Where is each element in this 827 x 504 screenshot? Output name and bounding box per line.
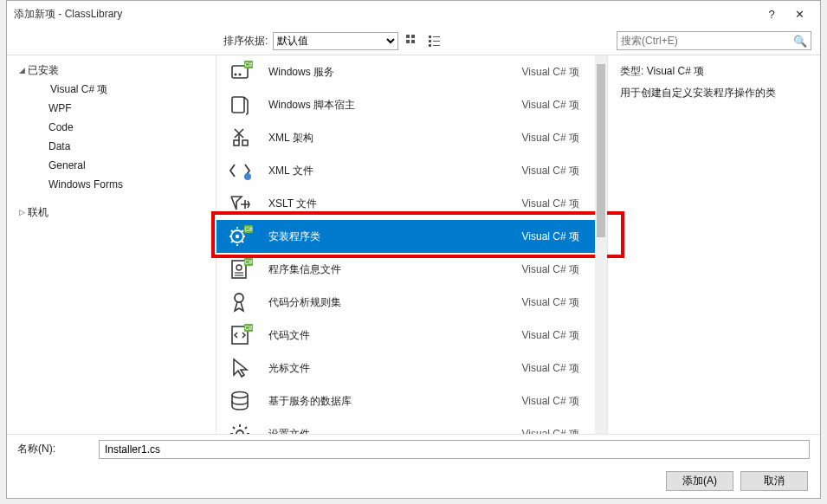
name-label: 名称(N): — [17, 442, 55, 456]
template-row[interactable]: 基于服务的数据库Visual C# 项 — [216, 384, 595, 417]
service-icon: C# — [227, 60, 255, 84]
installer-icon: C# — [227, 224, 255, 249]
detail-type-label: 类型: — [620, 65, 643, 77]
template-name: 安装程序类 — [268, 229, 522, 244]
svg-rect-2 — [406, 40, 410, 43]
view-list-button[interactable] — [426, 32, 443, 49]
svg-point-19 — [244, 173, 251, 180]
xslt-icon — [227, 191, 255, 216]
svg-rect-6 — [429, 40, 431, 42]
template-name: XSLT 文件 — [268, 197, 522, 211]
name-input[interactable] — [99, 440, 810, 459]
search-box[interactable]: 🔍 — [617, 31, 811, 50]
svg-text:C#: C# — [245, 259, 253, 265]
search-input[interactable] — [621, 35, 793, 47]
template-name: 代码文件 — [268, 328, 522, 343]
svg-rect-5 — [433, 36, 440, 37]
svg-rect-7 — [433, 41, 440, 42]
tree-code[interactable]: Code — [7, 118, 216, 137]
svg-point-12 — [239, 74, 242, 76]
svg-rect-0 — [406, 35, 410, 38]
template-category: Visual C# 项 — [522, 328, 579, 343]
template-category: Visual C# 项 — [522, 427, 579, 435]
template-category: Visual C# 项 — [522, 262, 579, 277]
template-row[interactable]: XML 文件Visual C# 项 — [216, 154, 595, 187]
footer-name-row: 名称(N): — [7, 434, 820, 463]
template-row[interactable]: 设置文件Visual C# 项 — [216, 417, 595, 434]
template-name: 代码分析规则集 — [268, 295, 522, 310]
template-row[interactable]: XML 架构Visual C# 项 — [216, 121, 595, 154]
xml-icon — [227, 158, 255, 183]
template-category: Visual C# 项 — [522, 295, 579, 310]
script-icon — [227, 93, 255, 117]
view-large-icons-button[interactable] — [404, 32, 421, 49]
template-name: 设置文件 — [268, 427, 522, 435]
svg-rect-17 — [242, 140, 248, 145]
category-tree: ◢已安装 ◢Visual C# 项 WPF Code Data General … — [7, 55, 216, 434]
svg-point-35 — [236, 430, 243, 434]
template-name: 基于服务的数据库 — [268, 394, 522, 409]
template-row[interactable]: 代码分析规则集Visual C# 项 — [216, 286, 595, 319]
detail-description: 用于创建自定义安装程序操作的类 — [620, 86, 808, 100]
database-icon — [227, 389, 255, 413]
cancel-button[interactable]: 取消 — [740, 471, 808, 491]
template-category: Visual C# 项 — [522, 164, 579, 178]
tree-wpf[interactable]: WPF — [7, 99, 216, 118]
template-category: Visual C# 项 — [522, 229, 579, 244]
detail-type-value: Visual C# 项 — [647, 65, 704, 77]
template-name: XML 架构 — [268, 131, 522, 145]
template-name: Windows 服务 — [268, 65, 522, 80]
search-icon: 🔍 — [793, 35, 807, 48]
template-category: Visual C# 项 — [522, 361, 579, 376]
cursor-icon — [227, 356, 255, 380]
template-name: 光标文件 — [268, 361, 522, 376]
tree-installed[interactable]: ◢已安装 — [7, 61, 216, 80]
help-button[interactable]: ? — [758, 8, 785, 21]
tree-online[interactable]: ▷联机 — [7, 203, 216, 222]
template-row[interactable]: C#代码文件Visual C# 项 — [216, 319, 595, 352]
template-row[interactable]: C#程序集信息文件Visual C# 项 — [216, 253, 595, 286]
window-title: 添加新项 - ClassLibrary — [14, 7, 758, 22]
template-name: 程序集信息文件 — [268, 262, 522, 277]
tree-data[interactable]: Data — [7, 137, 216, 156]
sort-select[interactable]: 默认值 — [273, 32, 398, 50]
scrollbar[interactable] — [595, 55, 607, 434]
add-button[interactable]: 添加(A) — [666, 471, 733, 491]
ruleset-icon — [227, 290, 255, 314]
detail-panel: 类型: Visual C# 项 用于创建自定义安装程序操作的类 — [607, 55, 820, 434]
svg-rect-9 — [433, 45, 440, 46]
template-row[interactable]: C#Windows 服务Visual C# 项 — [216, 55, 595, 88]
template-category: Visual C# 项 — [522, 197, 579, 211]
svg-text:C#: C# — [245, 61, 253, 68]
template-row[interactable]: 光标文件Visual C# 项 — [216, 352, 595, 384]
svg-rect-1 — [411, 35, 415, 38]
svg-text:C#: C# — [245, 325, 253, 331]
template-category: Visual C# 项 — [522, 131, 579, 145]
footer-buttons: 添加(A) 取消 — [7, 463, 820, 498]
close-button[interactable]: ✕ — [785, 8, 813, 21]
scrollbar-thumb[interactable] — [597, 64, 605, 237]
svg-rect-16 — [234, 140, 239, 145]
dialog-body: ◢已安装 ◢Visual C# 项 WPF Code Data General … — [7, 55, 820, 434]
svg-point-25 — [236, 265, 242, 270]
template-category: Visual C# 项 — [522, 98, 579, 113]
svg-point-34 — [232, 392, 248, 398]
svg-rect-15 — [232, 97, 244, 113]
tree-csharp[interactable]: ◢Visual C# 项 — [10, 80, 212, 99]
template-row[interactable]: Windows 脚本宿主Visual C# 项 — [216, 88, 595, 121]
template-row[interactable]: C#安装程序类Visual C# 项 — [216, 220, 595, 253]
template-name: XML 文件 — [268, 164, 522, 178]
xsd-icon — [227, 126, 255, 150]
tree-general[interactable]: General — [7, 156, 216, 175]
tree-winforms[interactable]: Windows Forms — [7, 175, 216, 194]
settings-icon — [227, 422, 255, 434]
svg-rect-4 — [429, 36, 431, 38]
template-row[interactable]: XSLT 文件Visual C# 项 — [216, 187, 595, 220]
template-list-panel: C#Windows 服务Visual C# 项Windows 脚本宿主Visua… — [216, 55, 607, 434]
svg-text:C#: C# — [245, 226, 253, 232]
svg-point-11 — [235, 74, 237, 76]
svg-rect-8 — [429, 44, 431, 47]
toolbar: 排序依据: 默认值 🔍 — [7, 27, 820, 55]
assembly-icon: C# — [227, 257, 255, 281]
template-list[interactable]: C#Windows 服务Visual C# 项Windows 脚本宿主Visua… — [216, 55, 595, 434]
